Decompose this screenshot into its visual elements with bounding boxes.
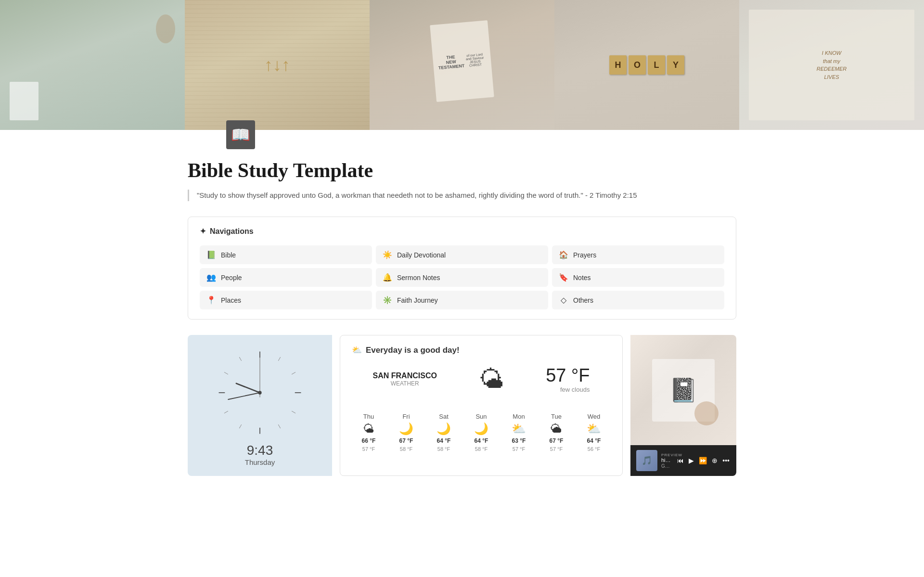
forecast-high: 67 °F bbox=[399, 437, 413, 444]
bible-icon: 📗 bbox=[206, 250, 216, 259]
nav-label-sermon-notes: Sermon Notes bbox=[397, 274, 440, 282]
weather-header-icon: ⛅ bbox=[352, 345, 362, 355]
forecast-day-thu: Thu 🌤 66 °F 57 °F bbox=[352, 413, 385, 452]
music-more-button[interactable]: ••• bbox=[721, 456, 731, 465]
music-add-button[interactable]: ⊕ bbox=[711, 456, 719, 465]
nav-section: ✦ Navigations 📗 Bible ☀️ Daily Devotiona… bbox=[188, 217, 736, 320]
weather-main: SAN FRANCISCO WEATHER 🌤 57 °F few clouds bbox=[352, 365, 611, 401]
nav-label-others: Others bbox=[573, 296, 593, 304]
forecast-day-fri: Fri 🌙 67 °F 58 °F bbox=[389, 413, 423, 452]
header-image-4: H O L Y bbox=[554, 0, 739, 130]
forecast-high: 64 °F bbox=[475, 437, 488, 444]
quote-block: "Study to show thyself approved unto God… bbox=[188, 190, 736, 201]
weather-location: SAN FRANCISCO WEATHER bbox=[373, 372, 437, 387]
forecast-high: 63 °F bbox=[512, 437, 526, 444]
svg-line-8 bbox=[224, 411, 228, 413]
forecast-day-name: Fri bbox=[402, 413, 410, 420]
weather-current-icon: 🌤 bbox=[479, 365, 504, 394]
places-icon: 📍 bbox=[206, 295, 216, 305]
notes-icon: 🔖 bbox=[559, 273, 568, 282]
svg-line-7 bbox=[239, 424, 242, 428]
header-banner: ↑↓↑ THENEW TESTAMENTof our Lord and Savi… bbox=[0, 0, 924, 130]
forecast-high: 64 °F bbox=[437, 437, 451, 444]
quote-text: "Study to show thyself approved unto God… bbox=[197, 191, 637, 199]
forecast-icon: 🌙 bbox=[474, 422, 488, 436]
forecast-low: 58 °F bbox=[437, 446, 450, 452]
main-content: Bible Study Template "Study to show thys… bbox=[149, 159, 775, 495]
forecast-icon: ⛅ bbox=[512, 422, 526, 436]
forecast-low: 57 °F bbox=[550, 446, 563, 452]
header-image-5: I KNOWthat myREDEEMERLIVES bbox=[739, 0, 924, 130]
music-thumbnail: 📓 bbox=[630, 335, 736, 445]
music-next-button[interactable]: ⏩ bbox=[698, 456, 708, 465]
page-icon: 📖 bbox=[226, 120, 255, 149]
music-preview-label: PREVIEW bbox=[661, 453, 672, 457]
weather-header: ⛅ Everyday is a good day! bbox=[352, 345, 611, 355]
forecast-day-name: Sun bbox=[475, 413, 487, 420]
faith-icon: ✳️ bbox=[383, 295, 392, 305]
nav-item-notes[interactable]: 🔖 Notes bbox=[552, 268, 724, 287]
forecast-day-name: Thu bbox=[363, 413, 374, 420]
forecast-low: 58 °F bbox=[400, 446, 412, 452]
forecast-low: 58 °F bbox=[475, 446, 488, 452]
nav-item-faith-journey[interactable]: ✳️ Faith Journey bbox=[376, 291, 548, 309]
weather-current-temp: 57 °F bbox=[546, 365, 590, 386]
nav-label-notes: Notes bbox=[573, 274, 591, 282]
forecast-day-tue: Tue 🌥 67 °F 57 °F bbox=[539, 413, 573, 452]
music-prev-button[interactable]: ⏮ bbox=[676, 456, 685, 465]
forecast-icon: ⛅ bbox=[587, 422, 601, 436]
forecast-day-sun: Sun 🌙 64 °F 58 °F bbox=[464, 413, 498, 452]
bottom-section: 9:43 Thursday ⛅ Everyday is a good day! … bbox=[188, 335, 736, 476]
clock-face bbox=[212, 345, 308, 441]
music-artist: Goodness of God (feat. V... bbox=[661, 463, 672, 469]
nav-header: ✦ Navigations bbox=[200, 227, 724, 236]
forecast-day-wed: Wed ⛅ 64 °F 56 °F bbox=[577, 413, 611, 452]
svg-line-10 bbox=[224, 372, 228, 374]
weather-temp-main: 57 °F few clouds bbox=[546, 365, 590, 393]
forecast-high: 64 °F bbox=[587, 437, 601, 444]
clock-day-label: Thursday bbox=[245, 458, 275, 466]
nav-item-daily-devotional[interactable]: ☀️ Daily Devotional bbox=[376, 245, 548, 264]
others-icon: ◇ bbox=[559, 295, 568, 305]
music-controls: ⏮ ▶ ⏩ ⊕ ••• bbox=[676, 456, 731, 465]
music-play-button[interactable]: ▶ bbox=[688, 456, 695, 465]
forecast-day-name: Wed bbox=[588, 413, 601, 420]
music-title: hip songs for healing 🙁 • N... bbox=[661, 457, 672, 463]
forecast-high: 67 °F bbox=[550, 437, 564, 444]
people-icon: 👥 bbox=[206, 273, 216, 282]
svg-line-1 bbox=[278, 357, 281, 361]
forecast-day-name: Tue bbox=[551, 413, 562, 420]
clock-time-display: 9:43 Thursday bbox=[245, 443, 275, 466]
nav-item-sermon-notes[interactable]: 🔔 Sermon Notes bbox=[376, 268, 548, 287]
nav-item-others[interactable]: ◇ Others bbox=[552, 291, 724, 309]
forecast-icon: 🌙 bbox=[399, 422, 413, 436]
forecast-day-mon: Mon ⛅ 63 °F 57 °F bbox=[502, 413, 536, 452]
svg-line-12 bbox=[236, 384, 260, 393]
nav-item-prayers[interactable]: 🏠 Prayers bbox=[552, 245, 724, 264]
nav-label-bible: Bible bbox=[221, 251, 236, 259]
forecast-low: 56 °F bbox=[588, 446, 600, 452]
svg-line-4 bbox=[292, 411, 295, 413]
nav-item-places[interactable]: 📍 Places bbox=[200, 291, 372, 309]
music-album-art: 🎵 bbox=[636, 450, 657, 471]
clock-time-number: 9:43 bbox=[245, 443, 275, 458]
music-info: PREVIEW hip songs for healing 🙁 • N... G… bbox=[661, 453, 672, 469]
clock-widget: 9:43 Thursday bbox=[188, 335, 332, 476]
weather-widget: ⛅ Everyday is a good day! SAN FRANCISCO … bbox=[340, 335, 623, 476]
prayers-icon: 🏠 bbox=[559, 250, 568, 259]
nav-item-bible[interactable]: 📗 Bible bbox=[200, 245, 372, 264]
header-image-3: THENEW TESTAMENTof our Lord and SaviourJ… bbox=[370, 0, 554, 130]
forecast-icon: 🌙 bbox=[436, 422, 451, 436]
forecast-day-name: Sat bbox=[439, 413, 449, 420]
weather-current-desc: few clouds bbox=[546, 386, 590, 393]
nav-label-people: People bbox=[221, 274, 242, 282]
nav-item-people[interactable]: 👥 People bbox=[200, 268, 372, 287]
forecast-day-sat: Sat 🌙 64 °F 58 °F bbox=[427, 413, 461, 452]
forecast-day-name: Mon bbox=[513, 413, 525, 420]
nav-grid: 📗 Bible ☀️ Daily Devotional 🏠 Prayers 👥 … bbox=[200, 245, 724, 309]
forecast-low: 57 °F bbox=[362, 446, 375, 452]
svg-line-13 bbox=[228, 393, 260, 399]
weather-city: SAN FRANCISCO bbox=[373, 372, 437, 380]
forecast-icon: 🌤 bbox=[363, 422, 374, 436]
forecast-low: 57 °F bbox=[513, 446, 525, 452]
